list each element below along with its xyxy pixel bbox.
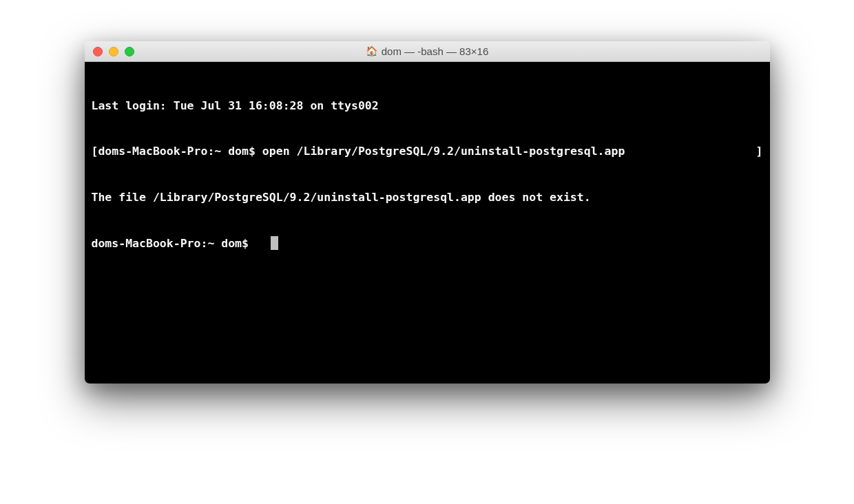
prompt-1: doms-MacBook-Pro:~ dom$ [98,144,262,159]
terminal-window: 🏠 dom — -bash — 83×16 Last login: Tue Ju… [85,41,770,384]
current-input[interactable] [256,237,269,250]
window-title: dom — -bash — 83×16 [382,45,489,57]
current-prompt-line[interactable]: doms-MacBook-Pro:~ dom$ [92,236,763,251]
titlebar[interactable]: 🏠 dom — -bash — 83×16 [85,41,770,62]
bracket-open: [ [92,144,98,159]
minimize-button[interactable] [109,47,118,56]
terminal-body[interactable]: Last login: Tue Jul 31 16:08:28 on ttys0… [85,62,770,384]
maximize-button[interactable] [125,47,134,56]
close-button[interactable] [93,47,103,56]
window-title-wrap: 🏠 dom — -bash — 83×16 [85,45,770,57]
prompt-2: doms-MacBook-Pro:~ dom$ [92,237,256,250]
last-login-line: Last login: Tue Jul 31 16:08:28 on ttys0… [92,98,763,114]
command-line-1: [doms-MacBook-Pro:~ dom$ open /Library/P… [92,144,763,159]
home-icon: 🏠 [366,47,377,56]
command-1: open /Library/PostgreSQL/9.2/uninstall-p… [262,144,625,159]
traffic-lights [85,47,134,56]
cursor-icon [271,236,278,250]
output-line: The file /Library/PostgreSQL/9.2/uninsta… [92,190,763,205]
bracket-close: ] [756,144,763,159]
